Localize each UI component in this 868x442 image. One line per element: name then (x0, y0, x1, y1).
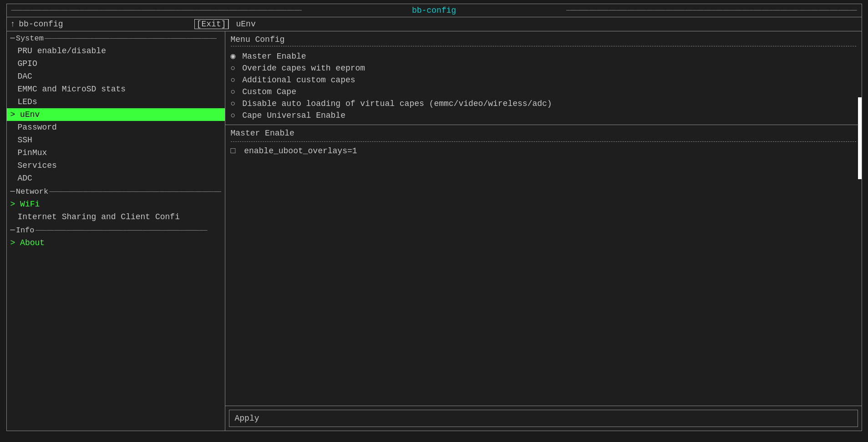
window-title: bb-config (412, 6, 456, 15)
master-enable-divider (231, 141, 856, 142)
sidebar-item-internet[interactable]: Internet Sharing and Client Confi (7, 211, 225, 223)
radio-override-capes: ○ (231, 64, 236, 73)
sidebar-item-password[interactable]: Password (7, 121, 225, 134)
exit-button[interactable]: [Exit] (194, 19, 228, 29)
radio-custom-cape: ○ (231, 87, 236, 96)
sidebar-item-about[interactable]: About (7, 236, 225, 249)
master-enable-detail-section: Master Enable □ enable_uboot_overlays=1 (225, 125, 862, 406)
sidebar-item-leds[interactable]: LEDs (7, 95, 225, 108)
current-section: uEnv (229, 20, 256, 29)
apply-button-wrapper[interactable]: Apply (229, 410, 858, 427)
right-panel: Menu Config ◉ Master Enable ○ Overide ca… (225, 31, 862, 431)
option-additional-capes-label: Additional custom capes (242, 75, 355, 85)
option-override-capes[interactable]: ○ Overide capes with eeprom (231, 63, 856, 74)
sidebar-item-emmc[interactable]: EMMC and MicroSD stats (7, 83, 225, 95)
system-section-header: System (7, 33, 225, 44)
header-bar: ↑ bb-config [Exit] uEnv (7, 17, 862, 31)
option-cape-universal[interactable]: ○ Cape Universal Enable (231, 110, 856, 121)
menu-config-divider (231, 46, 856, 46)
sidebar-item-pru[interactable]: PRU enable/disable (7, 45, 225, 57)
option-cape-universal-label: Cape Universal Enable (242, 111, 345, 120)
sidebar-item-pinmux[interactable]: PinMux (7, 146, 225, 159)
sidebar: System PRU enable/disable GPIO DAC EMMC … (7, 31, 225, 431)
radio-disable-auto: ○ (231, 99, 236, 108)
option-custom-cape-label: Custom Cape (242, 87, 296, 96)
checkbox-label-enable-uboot: enable_uboot_overlays=1 (244, 146, 357, 156)
sidebar-item-dac[interactable]: DAC (7, 70, 225, 83)
up-arrow: ↑ (10, 20, 15, 29)
sidebar-item-services[interactable]: Services (7, 159, 225, 172)
app-name: bb-config (19, 20, 63, 29)
sidebar-item-ssh[interactable]: SSH (7, 134, 225, 146)
sidebar-item-uenv[interactable]: uEnv (7, 108, 225, 121)
option-disable-auto[interactable]: ○ Disable auto loading of virtual capes … (231, 98, 856, 109)
apply-button[interactable]: Apply (235, 413, 259, 424)
sidebar-item-adc[interactable]: ADC (7, 172, 225, 185)
main-content: System PRU enable/disable GPIO DAC EMMC … (7, 31, 862, 431)
radio-master-enable: ◉ (231, 52, 236, 61)
option-master-enable[interactable]: ◉ Master Enable (231, 50, 856, 62)
main-window: bb-config ↑ bb-config [Exit] uEnv System… (6, 4, 862, 431)
option-override-capes-label: Overide capes with eeprom (242, 64, 365, 73)
network-section-header: Network (7, 186, 225, 197)
radio-cape-universal: ○ (231, 111, 236, 120)
header-left: ↑ bb-config [Exit] (10, 19, 229, 29)
scrollbar[interactable] (858, 97, 862, 179)
sidebar-item-gpio[interactable]: GPIO (7, 57, 225, 70)
master-enable-detail-title: Master Enable (231, 129, 856, 138)
apply-container: Apply (225, 406, 862, 431)
network-label: Network (16, 187, 48, 196)
option-disable-auto-label: Disable auto loading of virtual capes (e… (242, 99, 552, 108)
radio-additional-capes: ○ (231, 75, 236, 85)
checkbox-icon-enable-uboot: □ (231, 146, 236, 156)
menu-options: ◉ Master Enable ○ Overide capes with eep… (231, 50, 856, 121)
option-master-enable-label: Master Enable (242, 52, 306, 61)
system-label: System (16, 34, 44, 43)
option-additional-capes[interactable]: ○ Additional custom capes (231, 75, 856, 85)
title-bar: bb-config (7, 4, 862, 17)
option-custom-cape[interactable]: ○ Custom Cape (231, 86, 856, 97)
menu-config-section: Menu Config ◉ Master Enable ○ Overide ca… (225, 31, 862, 125)
sidebar-item-wifi[interactable]: WiFi (7, 198, 225, 211)
info-label: Info (16, 226, 35, 235)
menu-config-title: Menu Config (231, 35, 856, 44)
info-section-header: Info (7, 225, 225, 236)
checkbox-enable-uboot[interactable]: □ enable_uboot_overlays=1 (231, 146, 856, 156)
